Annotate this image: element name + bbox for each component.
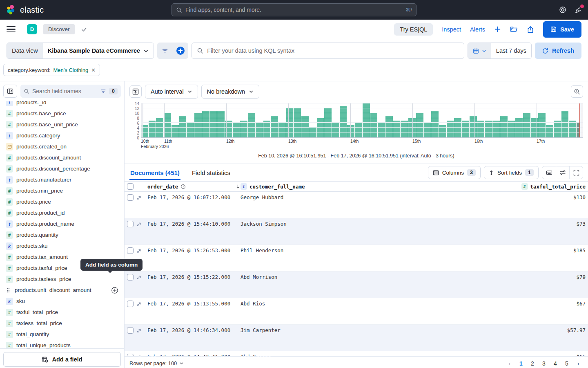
table-row[interactable]: Feb 17, 2026 @ 15:26:53.000Phil Henderso…: [125, 245, 588, 272]
field-list-item[interactable]: products.created_on: [0, 141, 124, 152]
breadcrumb[interactable]: Discover: [43, 24, 75, 34]
collapse-sidebar-icon[interactable]: [3, 85, 17, 98]
field-search-input[interactable]: Search field names 0: [20, 85, 121, 98]
expand-document-icon[interactable]: [136, 248, 142, 254]
alerts-link[interactable]: Alerts: [470, 26, 485, 33]
field-name: taxful_total_price: [16, 309, 58, 315]
table-row[interactable]: Feb 17, 2026 @ 16:07:12.000George Hubbar…: [125, 192, 588, 218]
open-folder-icon[interactable]: [510, 25, 518, 33]
table-row[interactable]: Feb 17, 2026 @ 15:15:22.000Abd Morrison$…: [125, 272, 588, 298]
table-row[interactable]: Feb 17, 2026 @ 15:44:10.000Jackson Simps…: [125, 218, 588, 245]
field-list-item[interactable]: tproducts.manufacturer: [0, 174, 124, 185]
try-esql-button[interactable]: Try ES|QL: [394, 23, 433, 36]
chart-zoom-icon[interactable]: [571, 85, 583, 98]
expand-document-icon[interactable]: [136, 222, 142, 227]
breakdown-dropdown[interactable]: No breakdown: [201, 85, 260, 99]
field-list-item[interactable]: #taxful_total_price: [0, 307, 124, 318]
share-icon[interactable]: [527, 26, 534, 33]
row-checkbox[interactable]: [127, 247, 134, 254]
column-header-customer-full-name[interactable]: t customer_full_name: [241, 183, 527, 190]
field-list-item[interactable]: #products.base_price: [0, 108, 124, 119]
row-checkbox[interactable]: [127, 274, 134, 280]
help-icon[interactable]: [559, 6, 566, 13]
field-list-item[interactable]: tproducts.product_name: [0, 218, 124, 229]
page-button-4[interactable]: 4: [550, 359, 560, 368]
row-checkbox[interactable]: [127, 194, 134, 201]
field-list-item[interactable]: #products.taxless_price: [0, 274, 124, 285]
next-page-button[interactable]: ›: [573, 359, 583, 368]
kql-query-input[interactable]: Filter your data using KQL syntax: [192, 43, 464, 59]
menu-icon[interactable]: [7, 26, 16, 33]
table-row[interactable]: Feb 17, 2026 @ 15:13:55.000Abd Rios$67: [125, 298, 588, 325]
time-range-value[interactable]: Last 7 days: [491, 43, 531, 58]
column-header-taxful-total-price[interactable]: # taxful_total_price: [527, 183, 588, 190]
elastic-logo[interactable]: elastic: [6, 4, 44, 15]
drag-handle[interactable]: [6, 287, 11, 293]
space-avatar[interactable]: D: [27, 24, 37, 34]
field-list-item[interactable]: #taxless_total_price: [0, 318, 124, 329]
data-view-picker[interactable]: Data view Kibana Sample Data eCommerce: [7, 43, 154, 59]
refresh-button[interactable]: Refresh: [535, 43, 581, 59]
field-filter-icon[interactable]: [100, 88, 106, 94]
row-checkbox[interactable]: [127, 301, 134, 307]
field-list[interactable]: tproducts._id#products.base_price#produc…: [0, 97, 124, 348]
page-button-2[interactable]: 2: [528, 359, 537, 368]
clock-icon: [180, 184, 186, 189]
new-session-icon[interactable]: [494, 26, 501, 33]
field-list-item[interactable]: #products.base_unit_price: [0, 119, 124, 130]
field-list-item[interactable]: #products.product_id: [0, 207, 124, 218]
remove-filter-icon[interactable]: ✕: [91, 67, 96, 73]
filter-pill[interactable]: category.keyword: Men's Clothing ✕: [3, 64, 100, 76]
table-row[interactable]: Feb 17, 2026 @ 14:43:41.000Abd Greene$65: [125, 351, 588, 356]
row-checkbox[interactable]: [127, 221, 134, 227]
expand-document-icon[interactable]: [136, 301, 142, 307]
interval-dropdown[interactable]: Auto interval: [145, 85, 198, 99]
columns-button[interactable]: Columns 3: [428, 166, 481, 179]
rows-per-page-button[interactable]: Rows per page: 100: [129, 360, 184, 366]
save-button[interactable]: Save: [543, 21, 581, 38]
inspect-link[interactable]: Inspect: [442, 26, 461, 33]
table-row[interactable]: Feb 17, 2026 @ 14:46:34.000Jim Carpenter…: [125, 325, 588, 351]
add-field-as-column-icon[interactable]: [111, 287, 118, 294]
fullscreen-icon[interactable]: [569, 166, 583, 179]
whats-new-icon[interactable]: [575, 6, 582, 14]
expand-document-icon[interactable]: [136, 195, 142, 200]
field-list-item[interactable]: tproducts.category: [0, 130, 124, 141]
field-list-item[interactable]: products.unit_discount_amount: [0, 285, 124, 296]
field-list-item[interactable]: #products.discount_percentage: [0, 163, 124, 174]
edit-visualization-icon[interactable]: [129, 85, 142, 98]
previous-page-button[interactable]: ‹: [505, 359, 514, 368]
filter-menu-icon[interactable]: [157, 43, 173, 59]
add-a-field-button[interactable]: Add a field: [3, 352, 121, 367]
histogram-chart[interactable]: 02468101214 10thFebruary 202611th12th13t…: [125, 99, 588, 164]
grid-body[interactable]: Feb 17, 2026 @ 16:07:12.000George Hubbar…: [125, 192, 588, 356]
sort-fields-button[interactable]: Sort fields 1: [484, 166, 539, 179]
tab-field-statistics[interactable]: Field statistics: [191, 166, 231, 180]
field-list-item[interactable]: #total_unique_products: [0, 340, 124, 348]
field-list-item[interactable]: #products.price: [0, 196, 124, 207]
field-list-item[interactable]: ksku: [0, 296, 124, 307]
date-picker-quick-menu[interactable]: [468, 43, 491, 58]
add-filter-icon[interactable]: [173, 43, 188, 59]
field-list-item[interactable]: #products.discount_amount: [0, 152, 124, 163]
expand-document-icon[interactable]: [136, 275, 142, 280]
column-header-order-date[interactable]: order_date: [147, 184, 241, 190]
page-button-1[interactable]: 1: [516, 359, 526, 368]
select-all-checkbox[interactable]: [127, 183, 134, 190]
page-button-3[interactable]: 3: [539, 359, 549, 368]
chart-plot[interactable]: [141, 103, 583, 138]
row-checkbox[interactable]: [127, 327, 134, 334]
page-button-5[interactable]: 5: [562, 359, 572, 368]
field-name: products.discount_amount: [16, 155, 81, 161]
global-search-input[interactable]: Find apps, content, and more. ⌘/: [172, 3, 416, 16]
field-list-item[interactable]: #total_quantity: [0, 329, 124, 340]
number-type-badge: #: [6, 331, 13, 338]
keyboard-shortcuts-icon[interactable]: [542, 166, 556, 179]
display-options-icon[interactable]: [556, 166, 569, 179]
date-picker[interactable]: Last 7 days: [468, 43, 532, 59]
field-list-item[interactable]: #products.quantity: [0, 229, 124, 240]
expand-document-icon[interactable]: [136, 328, 142, 333]
field-list-item[interactable]: kproducts.sku: [0, 240, 124, 251]
field-list-item[interactable]: #products.min_price: [0, 185, 124, 196]
tab-documents[interactable]: Documents (451): [129, 166, 180, 180]
